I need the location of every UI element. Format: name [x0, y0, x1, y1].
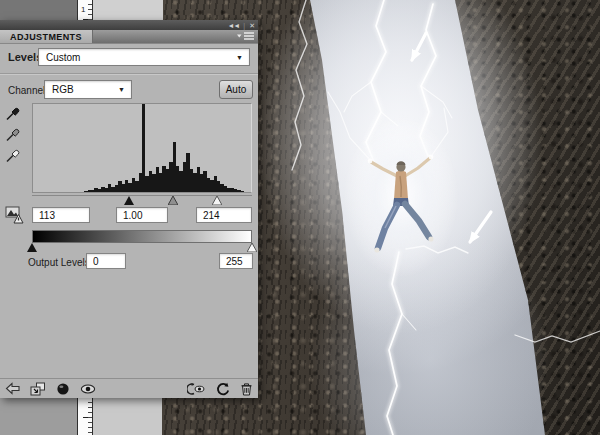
black-point-eyedropper-icon[interactable] [4, 104, 22, 122]
histogram-bar [241, 191, 244, 192]
chevron-down-icon: ▼ [236, 54, 249, 61]
view-previous-state-icon[interactable] [187, 382, 206, 396]
background-workspace-bottom [0, 398, 162, 435]
channel-select[interactable]: RGB ▼ [44, 80, 132, 99]
shadow-input-slider[interactable] [124, 196, 134, 205]
histogram-display [32, 103, 252, 193]
person-left-foot [374, 247, 379, 252]
return-arrow-icon[interactable] [5, 382, 21, 396]
footer-right-icons [187, 382, 253, 396]
input-levels-slider-track [32, 194, 252, 206]
output-levels-label: Output Levels: [28, 257, 92, 268]
workspace-light-area [93, 398, 162, 435]
close-panel-button[interactable]: ✕ [249, 22, 254, 29]
auto-button[interactable]: Auto [219, 80, 253, 99]
white-point-eyedropper-icon[interactable] [4, 146, 22, 164]
refresh-histogram-icon[interactable] [5, 205, 27, 225]
trash-icon[interactable] [240, 382, 253, 396]
gamma-input-field[interactable] [116, 207, 168, 223]
person-right-foot [428, 236, 433, 241]
footer-left-icons [5, 382, 96, 396]
output-highlight-field[interactable] [219, 253, 253, 269]
panel-tabbar: ADJUSTMENTS [0, 30, 258, 44]
workspace-light-area [93, 0, 163, 20]
tab-adjustments[interactable]: ADJUSTMENTS [0, 30, 93, 43]
output-highlight-slider[interactable] [247, 243, 257, 252]
menu-glyph [237, 31, 255, 42]
output-shadow-field[interactable] [86, 253, 126, 269]
annotation-arrow-top [412, 33, 426, 60]
adjustments-panel: ◄◄ | ✕ ADJUSTMENTS Levels Custom ▼ Chann… [0, 20, 258, 398]
ruler-number: 1 [81, 6, 85, 14]
panel-titlebar: ◄◄ | ✕ [0, 20, 258, 30]
channel-label: Channel: [8, 85, 48, 96]
eyedropper-tools [4, 104, 22, 164]
output-gradient-bar [32, 230, 252, 243]
annotation-arrow-right [470, 212, 491, 242]
preset-select[interactable]: Custom ▼ [38, 48, 250, 66]
titlebar-divider: | [243, 22, 245, 29]
highlight-input-field[interactable] [196, 207, 252, 223]
midtone-input-slider[interactable] [168, 196, 178, 205]
gray-point-eyedropper-icon[interactable] [4, 125, 22, 143]
highlight-input-slider[interactable] [212, 196, 222, 205]
vertical-ruler [77, 398, 93, 435]
person-left-hand [368, 159, 373, 164]
histogram-bars [33, 104, 251, 192]
shadow-input-field[interactable] [32, 207, 90, 223]
panel-menu-icon[interactable] [234, 30, 258, 43]
workspace-gray-area [0, 398, 77, 435]
output-shadow-slider[interactable] [27, 243, 37, 252]
chevron-down-icon: ▼ [118, 86, 131, 93]
divider [0, 73, 258, 75]
screenshot-root: 1 ◄◄ | ✕ ADJUSTMENTS Levels [0, 0, 600, 435]
person [343, 114, 459, 278]
reset-icon[interactable] [215, 382, 231, 396]
panel-content: Levels Custom ▼ Channel: RGB ▼ Auto [0, 44, 258, 378]
preset-value: Custom [39, 52, 236, 63]
targeted-adjustment-icon[interactable] [55, 382, 71, 396]
vertical-ruler: 1 [77, 0, 93, 20]
panel-footer [0, 378, 258, 398]
channel-value: RGB [45, 84, 118, 95]
person-right-hand [429, 155, 434, 160]
clip-to-layer-icon[interactable] [30, 382, 46, 396]
workspace-gray-area [0, 0, 77, 20]
collapse-to-icons-button[interactable]: ◄◄ [227, 22, 239, 29]
visibility-eye-icon[interactable] [80, 382, 96, 396]
ruler-ticks [78, 398, 92, 435]
background-workspace-top: 1 [0, 0, 163, 20]
